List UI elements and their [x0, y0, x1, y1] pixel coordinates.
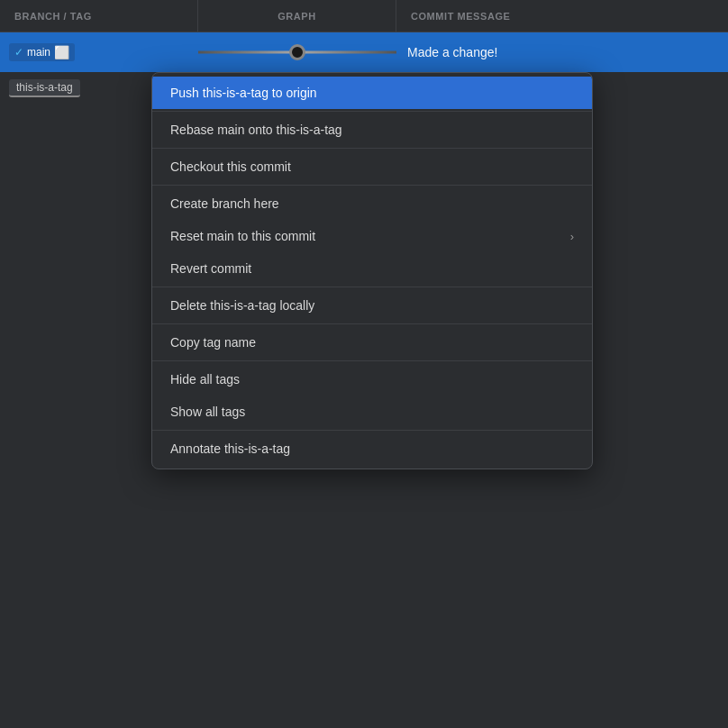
- menu-item-label: Delete this-is-a-tag locally: [170, 298, 314, 313]
- header-graph: GRAPH: [198, 0, 396, 32]
- menu-item-label: Checkout this commit: [170, 159, 291, 174]
- branch-cell: ✓ main ⬜: [0, 43, 198, 61]
- menu-item-label: Hide all tags: [170, 372, 240, 387]
- menu-divider: [152, 360, 592, 361]
- check-icon: ✓: [14, 46, 23, 59]
- tag-label: this-is-a-tag: [9, 79, 80, 97]
- context-menu: Push this-is-a-tag to originRebase main …: [151, 72, 593, 469]
- menu-item-label: Show all tags: [170, 405, 245, 419]
- menu-item-copy-tag-name[interactable]: Copy tag name: [152, 326, 592, 359]
- menu-item-revert-commit[interactable]: Revert commit: [152, 252, 592, 285]
- monitor-icon: ⬜: [54, 45, 69, 59]
- menu-item-rebase-main[interactable]: Rebase main onto this-is-a-tag: [152, 114, 592, 146]
- chevron-right-icon: ›: [570, 230, 574, 243]
- menu-item-reset-main[interactable]: Reset main to this commit›: [152, 220, 592, 252]
- menu-divider: [152, 111, 592, 112]
- commit-message-cell: Made a change!: [396, 45, 728, 59]
- header-branch-tag: BRANCH / TAG: [0, 0, 198, 32]
- menu-item-label: Create branch here: [170, 196, 279, 211]
- menu-item-show-all-tags[interactable]: Show all tags: [152, 396, 592, 428]
- menu-item-label: Copy tag name: [170, 335, 256, 350]
- menu-divider: [152, 148, 592, 149]
- table-header: BRANCH / TAG GRAPH COMMIT MESSAGE: [0, 0, 728, 32]
- menu-item-label: Push this-is-a-tag to origin: [170, 86, 317, 100]
- menu-item-label: Reset main to this commit: [170, 229, 315, 243]
- menu-divider: [152, 287, 592, 287]
- menu-item-checkout-commit[interactable]: Checkout this commit: [152, 150, 592, 183]
- menu-item-label: Revert commit: [170, 261, 251, 276]
- graph-dot: [289, 44, 305, 60]
- graph-cell: [198, 44, 396, 60]
- menu-divider: [152, 185, 592, 186]
- menu-item-label: Annotate this-is-a-tag: [170, 441, 290, 456]
- menu-divider: [152, 323, 592, 324]
- menu-item-delete-tag[interactable]: Delete this-is-a-tag locally: [152, 289, 592, 322]
- menu-item-annotate-tag[interactable]: Annotate this-is-a-tag: [152, 432, 592, 465]
- menu-item-create-branch[interactable]: Create branch here: [152, 187, 592, 220]
- menu-item-hide-all-tags[interactable]: Hide all tags: [152, 363, 592, 396]
- menu-item-label: Rebase main onto this-is-a-tag: [170, 123, 342, 137]
- main-branch-tag: ✓ main ⬜: [9, 43, 75, 61]
- menu-divider: [152, 430, 592, 431]
- header-commit-message: COMMIT MESSAGE: [396, 0, 728, 32]
- menu-item-push-tag[interactable]: Push this-is-a-tag to origin: [152, 77, 592, 109]
- main-commit-row[interactable]: ✓ main ⬜ Made a change!: [0, 32, 728, 72]
- table-area: ✓ main ⬜ Made a change! this-is-a-tag Pu…: [0, 32, 728, 105]
